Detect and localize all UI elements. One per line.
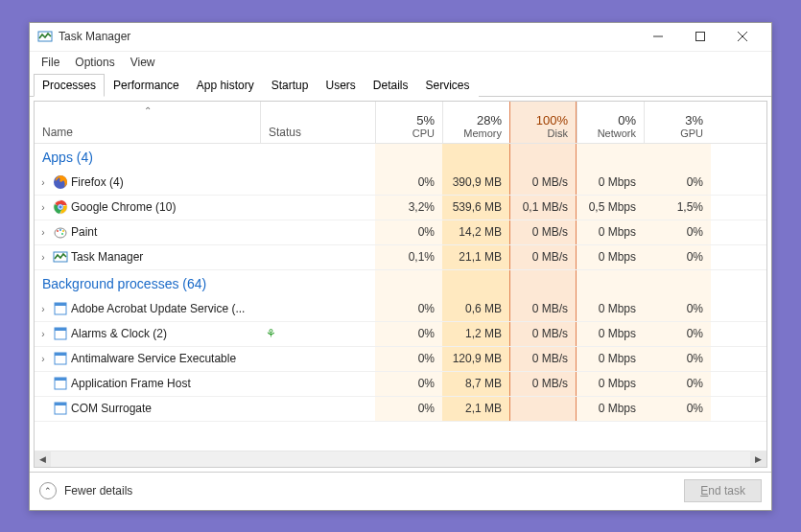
close-button[interactable]: [721, 23, 764, 50]
col-header-disk[interactable]: 100% Disk: [509, 102, 577, 143]
memory-usage-pct: 28%: [477, 113, 502, 127]
tab-details[interactable]: Details: [365, 74, 417, 97]
group-header[interactable]: Apps (4): [35, 144, 766, 171]
tab-app-history[interactable]: App history: [188, 74, 263, 97]
process-icon: [52, 326, 69, 341]
process-name: Application Frame Host: [69, 377, 260, 390]
expand-icon[interactable]: ›: [35, 227, 52, 238]
titlebar: Task Manager: [30, 23, 771, 52]
process-name: Adobe Acrobat Update Service (...: [69, 302, 260, 315]
svg-point-11: [59, 229, 61, 231]
col-header-network[interactable]: 0% Network: [577, 102, 644, 143]
process-icon: [52, 224, 69, 240]
network-cell: 0,5 Mbps: [577, 196, 644, 220]
col-header-cpu[interactable]: 5% CPU: [375, 102, 442, 143]
tab-services[interactable]: Services: [417, 74, 479, 97]
network-cell: 0 Mbps: [577, 220, 644, 244]
task-manager-window: Task Manager File Options View Processes…: [29, 22, 772, 511]
svg-point-8: [59, 205, 62, 209]
process-icon: [52, 199, 69, 215]
expand-icon[interactable]: ›: [35, 354, 52, 364]
tab-performance[interactable]: Performance: [105, 74, 188, 97]
network-cell: 0 Mbps: [577, 397, 644, 421]
column-headers: ⌃ Name Status 5% CPU 28% Memory 100% Dis…: [35, 102, 766, 144]
process-row[interactable]: ›Antimalware Service Executable0%120,9 M…: [35, 347, 766, 372]
process-row[interactable]: ›Google Chrome (10)3,2%539,6 MB0,1 MB/s0…: [35, 196, 766, 220]
expand-icon[interactable]: ›: [35, 329, 52, 339]
expand-icon[interactable]: ›: [35, 252, 52, 263]
grid-body[interactable]: Apps (4)›Firefox (4)0%390,9 MB0 MB/s0 Mb…: [35, 144, 766, 451]
memory-cell: 14,2 MB: [442, 220, 509, 244]
process-name: Alarms & Clock (2): [69, 327, 260, 340]
process-icon: [52, 249, 69, 265]
process-row[interactable]: ›Adobe Acrobat Update Service (...0%0,6 …: [35, 297, 766, 322]
col-header-memory[interactable]: 28% Memory: [442, 102, 509, 143]
expand-icon[interactable]: ›: [35, 177, 52, 188]
fewer-details-button[interactable]: ⌃ Fewer details: [39, 482, 132, 499]
tab-startup[interactable]: Startup: [263, 74, 318, 97]
disk-cell: [509, 397, 577, 421]
expand-icon[interactable]: ›: [35, 202, 52, 213]
col-header-status[interactable]: Status: [260, 102, 375, 143]
cpu-usage-pct: 5%: [416, 113, 435, 127]
menu-file[interactable]: File: [34, 54, 67, 71]
cpu-cell: 0%: [375, 171, 442, 195]
cpu-cell: 3,2%: [375, 196, 442, 220]
network-cell: 0 Mbps: [577, 297, 644, 321]
footer: ⌃ Fewer details End task: [30, 472, 771, 510]
svg-point-13: [61, 233, 63, 235]
cpu-cell: 0%: [375, 322, 442, 346]
cpu-cell: 0%: [375, 397, 442, 421]
expand-icon[interactable]: ›: [35, 304, 52, 314]
gpu-cell: 0%: [644, 171, 711, 195]
network-usage-pct: 0%: [618, 113, 636, 127]
group-header[interactable]: Background processes (64): [35, 270, 766, 297]
process-grid: ⌃ Name Status 5% CPU 28% Memory 100% Dis…: [34, 101, 767, 468]
process-row[interactable]: ›Task Manager0,1%21,1 MB0 MB/s0 Mbps0%: [35, 245, 766, 270]
gpu-cell: 0%: [644, 397, 711, 421]
process-row[interactable]: ›Paint0%14,2 MB0 MB/s0 Mbps0%: [35, 220, 766, 245]
horizontal-scrollbar[interactable]: ◀ ▶: [35, 451, 766, 467]
network-cell: 0 Mbps: [577, 245, 644, 269]
process-row[interactable]: ›Firefox (4)0%390,9 MB0 MB/s0 Mbps0%: [35, 171, 766, 196]
gpu-cell: 1,5%: [644, 196, 711, 220]
disk-cell: 0 MB/s: [509, 297, 577, 321]
svg-rect-20: [55, 353, 66, 356]
gpu-cell: 0%: [644, 220, 711, 244]
disk-cell: 0 MB/s: [509, 372, 577, 396]
chevron-up-icon: ⌃: [39, 482, 57, 499]
memory-cell: 21,1 MB: [442, 245, 509, 269]
process-name: Google Chrome (10): [69, 200, 260, 214]
fewer-details-label: Fewer details: [64, 484, 132, 497]
end-task-button[interactable]: End task: [684, 479, 762, 502]
svg-rect-18: [55, 328, 66, 331]
process-name: Paint: [69, 225, 260, 239]
col-header-gpu[interactable]: 3% GPU: [644, 102, 711, 143]
process-row[interactable]: ›Alarms & Clock (2)⚘0%1,2 MB0 MB/s0 Mbps…: [35, 322, 766, 347]
menu-options[interactable]: Options: [67, 54, 122, 71]
memory-cell: 539,6 MB: [442, 196, 509, 220]
minimize-button[interactable]: [637, 23, 679, 50]
tab-processes[interactable]: Processes: [34, 74, 105, 97]
window-title: Task Manager: [59, 30, 637, 43]
menu-view[interactable]: View: [123, 54, 163, 71]
col-header-status-label: Status: [269, 126, 301, 139]
disk-cell: 0 MB/s: [509, 322, 577, 346]
process-row[interactable]: Application Frame Host0%8,7 MB0 MB/s0 Mb…: [35, 372, 766, 397]
network-cell: 0 Mbps: [577, 372, 644, 396]
process-row[interactable]: COM Surrogate0%2,1 MB0 Mbps0%: [35, 397, 766, 422]
network-cell: 0 Mbps: [577, 347, 644, 371]
process-icon: [52, 376, 69, 391]
network-cell: 0 Mbps: [577, 171, 644, 195]
cpu-cell: 0,1%: [375, 245, 442, 269]
scroll-left-icon[interactable]: ◀: [35, 451, 51, 467]
maximize-button[interactable]: [679, 23, 721, 50]
disk-cell: 0 MB/s: [509, 245, 577, 269]
col-header-name[interactable]: ⌃ Name: [35, 102, 260, 143]
disk-cell: 0 MB/s: [509, 171, 577, 195]
tab-users[interactable]: Users: [317, 74, 364, 97]
scroll-right-icon[interactable]: ▶: [750, 451, 766, 467]
cpu-cell: 0%: [375, 372, 442, 396]
process-icon: [52, 174, 69, 190]
col-header-name-label: Name: [42, 126, 252, 139]
